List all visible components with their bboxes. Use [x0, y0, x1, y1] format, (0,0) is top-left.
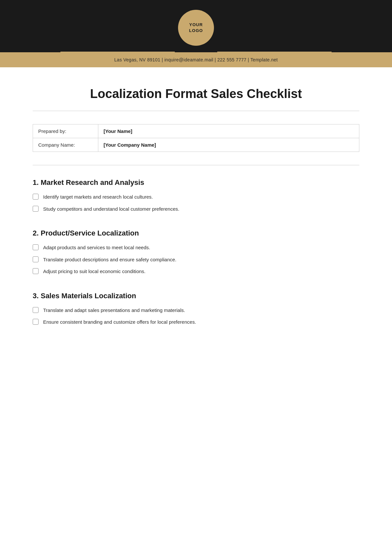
- prepared-by-value: [Your Name]: [98, 124, 359, 138]
- company-name-value: [Your Company Name]: [98, 138, 359, 152]
- info-table: Prepared by: [Your Name] Company Name: […: [33, 124, 359, 152]
- checklist-item: Study competitors and understand local c…: [33, 205, 359, 213]
- logo-text: YOURLOGO: [189, 22, 203, 34]
- header-line-left: [60, 52, 175, 52]
- section-3-title: 3. Sales Materials Localization: [33, 292, 359, 300]
- checklist-item: Translate and adapt sales presentations …: [33, 307, 359, 314]
- checklist-text: Adapt products and services to meet loca…: [43, 244, 150, 252]
- checklist-item: Translate product descriptions and ensur…: [33, 256, 359, 264]
- company-name-label: Company Name:: [33, 138, 98, 152]
- contact-bar: Las Vegas, NV 89101 | inquire@ideamate.m…: [0, 52, 392, 67]
- section-market-research: 1. Market Research and Analysis Identify…: [33, 178, 359, 213]
- checklist-item: Adapt products and services to meet loca…: [33, 244, 359, 252]
- table-row: Prepared by: [Your Name]: [33, 124, 359, 138]
- checklist-text: Ensure consistent branding and customize…: [43, 318, 196, 326]
- section-sales-materials: 3. Sales Materials Localization Translat…: [33, 292, 359, 326]
- header-lines: [0, 52, 392, 52]
- checkbox[interactable]: [33, 268, 39, 274]
- section-2-title: 2. Product/Service Localization: [33, 229, 359, 237]
- section-product-localization: 2. Product/Service Localization Adapt pr…: [33, 229, 359, 275]
- checklist-text: Translate product descriptions and ensur…: [43, 256, 176, 264]
- title-divider: [33, 111, 359, 111]
- checklist-item: Adjust pricing to suit local economic co…: [33, 268, 359, 275]
- checklist-item: Ensure consistent branding and customize…: [33, 318, 359, 326]
- checkbox[interactable]: [33, 244, 39, 250]
- contact-info: Las Vegas, NV 89101 | inquire@ideamate.m…: [114, 57, 278, 62]
- checkbox[interactable]: [33, 194, 39, 200]
- checklist-text: Identify target markets and research loc…: [43, 193, 153, 201]
- checkbox[interactable]: [33, 206, 39, 212]
- page-header: YOURLOGO: [0, 0, 392, 52]
- checklist-text: Translate and adapt sales presentations …: [43, 307, 185, 314]
- section-1-title: 1. Market Research and Analysis: [33, 178, 359, 187]
- section-divider: [33, 165, 359, 165]
- document-title: Localization Format Sales Checklist: [33, 87, 359, 101]
- checkbox[interactable]: [33, 319, 39, 325]
- checklist-item: Identify target markets and research loc…: [33, 193, 359, 201]
- checklist-text: Adjust pricing to suit local economic co…: [43, 268, 146, 275]
- main-content: Localization Format Sales Checklist Prep…: [0, 67, 392, 368]
- checkbox[interactable]: [33, 256, 39, 262]
- checkbox[interactable]: [33, 307, 39, 313]
- prepared-by-label: Prepared by:: [33, 124, 98, 138]
- logo-circle: YOURLOGO: [178, 10, 214, 46]
- checklist-text: Study competitors and understand local c…: [43, 205, 179, 213]
- header-line-right: [217, 52, 332, 52]
- table-row: Company Name: [Your Company Name]: [33, 138, 359, 152]
